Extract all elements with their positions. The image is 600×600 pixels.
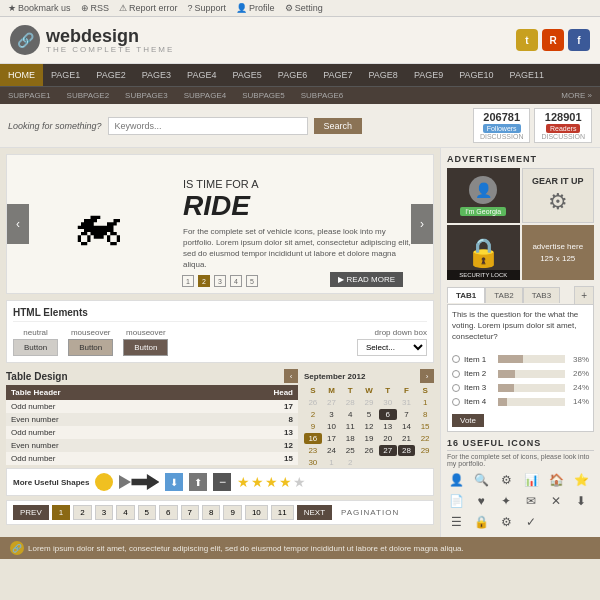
tab-1[interactable]: TAB1 xyxy=(447,287,485,303)
gear-ad-box[interactable]: GEAR IT UP ⚙ xyxy=(522,168,595,223)
nav-page4[interactable]: PAGE4 xyxy=(179,64,224,86)
icon-star2[interactable]: ✦ xyxy=(497,492,515,510)
cal-24[interactable]: 24 xyxy=(323,445,341,456)
facebook-button[interactable]: f xyxy=(568,29,590,51)
slider-prev-arrow[interactable]: ‹ xyxy=(7,204,29,244)
cal-23[interactable]: 23 xyxy=(304,445,322,456)
tab-2[interactable]: TAB2 xyxy=(485,287,522,303)
search-button[interactable]: Search xyxy=(314,118,363,134)
slider-next-arrow[interactable]: › xyxy=(411,204,433,244)
nav-page5[interactable]: PAGE5 xyxy=(224,64,269,86)
subnav-3[interactable]: SUBPAGE3 xyxy=(117,87,176,104)
icon-search[interactable]: 🔍 xyxy=(472,471,490,489)
cal-26-prev[interactable]: 26 xyxy=(304,397,322,408)
page-5[interactable]: 5 xyxy=(138,505,156,520)
cal-26[interactable]: 26 xyxy=(360,445,378,456)
cal-1-next[interactable]: 1 xyxy=(323,457,341,468)
icon-close[interactable]: ✕ xyxy=(547,492,565,510)
icon-gear[interactable]: ⚙ xyxy=(497,471,515,489)
mouseover2-button[interactable]: Button xyxy=(123,339,168,356)
neutral-button[interactable]: Button xyxy=(13,339,58,356)
read-more-button[interactable]: ▶ READ MORE xyxy=(330,272,403,287)
nav-page10[interactable]: PAGE10 xyxy=(451,64,501,86)
cal-27[interactable]: 27 xyxy=(379,445,397,456)
slider-dot-2[interactable]: 2 xyxy=(198,275,210,287)
cal-21[interactable]: 21 xyxy=(398,433,416,444)
nav-page3[interactable]: PAGE3 xyxy=(134,64,179,86)
poll-radio-2[interactable] xyxy=(452,370,460,378)
icon-home[interactable]: 🏠 xyxy=(547,471,565,489)
page-3[interactable]: 3 xyxy=(95,505,113,520)
cal-15[interactable]: 15 xyxy=(416,421,434,432)
nav-page7[interactable]: PAGE7 xyxy=(315,64,360,86)
icon-down[interactable]: ⬇ xyxy=(572,492,590,510)
nav-page8[interactable]: PAGE8 xyxy=(361,64,406,86)
search-input[interactable] xyxy=(108,117,308,135)
cal-30-prev[interactable]: 30 xyxy=(379,397,397,408)
nav-page2[interactable]: PAGE2 xyxy=(88,64,133,86)
page-2[interactable]: 2 xyxy=(73,505,91,520)
icon-menu[interactable]: ☰ xyxy=(447,513,465,531)
cal-14[interactable]: 14 xyxy=(398,421,416,432)
rss-button[interactable]: R xyxy=(542,29,564,51)
icon-doc[interactable]: 📄 xyxy=(447,492,465,510)
more-button[interactable]: MORE » xyxy=(553,87,600,104)
cal-29-prev[interactable]: 29 xyxy=(360,397,378,408)
poll-radio-4[interactable] xyxy=(452,398,460,406)
cal-28-prev[interactable]: 28 xyxy=(341,397,359,408)
cal-31-prev[interactable]: 31 xyxy=(398,397,416,408)
page-11[interactable]: 11 xyxy=(271,505,294,520)
cal-11[interactable]: 11 xyxy=(341,421,359,432)
slider-dot-5[interactable]: 5 xyxy=(246,275,258,287)
cal-8[interactable]: 8 xyxy=(416,409,434,420)
prev-button[interactable]: PREV xyxy=(13,505,49,520)
tab-add-button[interactable]: + xyxy=(574,286,594,304)
cal-4[interactable]: 4 xyxy=(341,409,359,420)
subnav-6[interactable]: SUBPAGE6 xyxy=(293,87,352,104)
slider-dot-4[interactable]: 4 xyxy=(230,275,242,287)
nav-home[interactable]: HOME xyxy=(0,64,43,86)
next-button[interactable]: NEXT xyxy=(297,505,332,520)
cal-prev-btn[interactable]: ‹ xyxy=(284,369,298,383)
cal-1[interactable]: 1 xyxy=(416,397,434,408)
cal-5[interactable]: 5 xyxy=(360,409,378,420)
cal-20[interactable]: 20 xyxy=(379,433,397,444)
twitter-button[interactable]: t xyxy=(516,29,538,51)
cal-19[interactable]: 19 xyxy=(360,433,378,444)
page-8[interactable]: 8 xyxy=(202,505,220,520)
profile-link[interactable]: 👤 Profile xyxy=(236,3,275,13)
cal-2[interactable]: 2 xyxy=(304,409,322,420)
page-9[interactable]: 9 xyxy=(223,505,241,520)
nav-page1[interactable]: PAGE1 xyxy=(43,64,88,86)
cal-6[interactable]: 6 xyxy=(379,409,397,420)
advertise-ad-box[interactable]: advertise here125 x 125 xyxy=(522,225,595,280)
cal-3[interactable]: 3 xyxy=(323,409,341,420)
icon-check[interactable]: ✓ xyxy=(522,513,540,531)
cal-30[interactable]: 30 xyxy=(304,457,322,468)
nav-page6[interactable]: PAGE6 xyxy=(270,64,315,86)
tab-3[interactable]: TAB3 xyxy=(523,287,560,303)
rss-link[interactable]: ⊕ RSS xyxy=(81,3,110,13)
subnav-5[interactable]: SUBPAGE5 xyxy=(234,87,293,104)
icon-heart[interactable]: ♥ xyxy=(472,492,490,510)
cal-25[interactable]: 25 xyxy=(341,445,359,456)
report-error-link[interactable]: ⚠ Report error xyxy=(119,3,178,13)
cal-28[interactable]: 28 xyxy=(398,445,416,456)
mouseover-button[interactable]: Button xyxy=(68,339,113,356)
cal-22[interactable]: 22 xyxy=(416,433,434,444)
cal-18[interactable]: 18 xyxy=(341,433,359,444)
dropdown-select[interactable]: Select... xyxy=(357,339,427,356)
cal-2-next[interactable]: 2 xyxy=(341,457,359,468)
cal-27-prev[interactable]: 27 xyxy=(323,397,341,408)
cal-16[interactable]: 16 xyxy=(304,433,322,444)
page-6[interactable]: 6 xyxy=(159,505,177,520)
cal-7[interactable]: 7 xyxy=(398,409,416,420)
subnav-2[interactable]: SUBPAGE2 xyxy=(59,87,118,104)
cal-next-btn[interactable]: › xyxy=(420,369,434,383)
page-10[interactable]: 10 xyxy=(245,505,268,520)
cal-17[interactable]: 17 xyxy=(323,433,341,444)
slider-dot-1[interactable]: 1 xyxy=(182,275,194,287)
subnav-1[interactable]: SUBPAGE1 xyxy=(0,87,59,104)
bookmark-link[interactable]: ★ Bookmark us xyxy=(8,3,71,13)
poll-radio-3[interactable] xyxy=(452,384,460,392)
